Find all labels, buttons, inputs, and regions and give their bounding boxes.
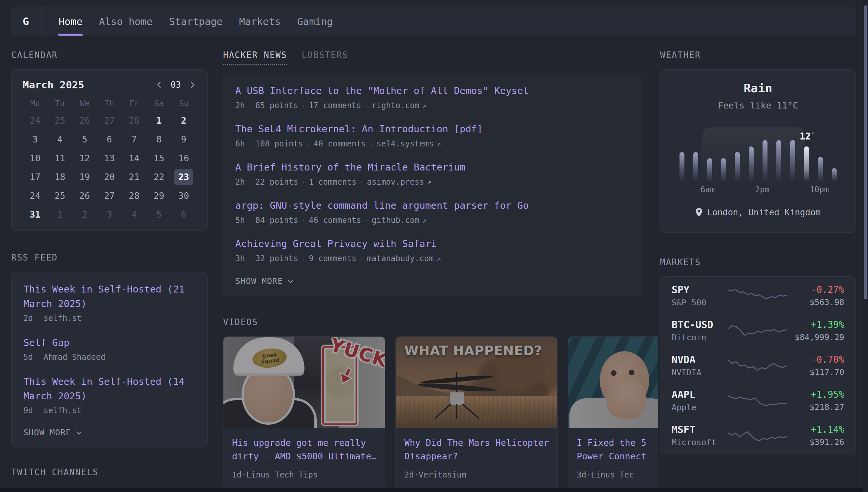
video-thumbnail: WHAT HAPPENED? [396,337,557,428]
videos-widget-label: VIDEOS [223,317,658,327]
calendar-next-button[interactable] [189,80,196,90]
news-item-age: 2h [235,177,245,187]
news-item: A Brief History of the Miracle Bacterium… [235,162,629,187]
weather-time-label [674,185,687,194]
dot-separator: · [357,255,367,263]
video-channel[interactable]: Linus Tec [591,470,634,479]
rss-widget-label: RSS FEED [11,253,208,263]
news-item-title[interactable]: A Brief History of the Miracle Bacterium [235,162,629,173]
news-item-domain[interactable]: asimov.press [367,177,424,187]
news-item-domain[interactable]: righto.com [372,101,420,110]
news-item-title[interactable]: Achieving Great Privacy with Safari [235,238,629,249]
dot-separator: · [241,470,246,479]
external-link-icon: ↗ [424,177,431,187]
tab-hacker-news[interactable]: HACKER NEWS [223,50,287,65]
calendar-day: 16 [172,149,196,168]
rss-item-title[interactable]: Self Gap [23,335,195,350]
calendar-prev-button[interactable] [156,80,163,90]
calendar-widget-label: CALENDAR [11,50,208,60]
news-item-age: 5h [235,216,245,225]
video-card[interactable]: DO TH T I Fixed the 5Power Connect 3d·Li… [568,336,658,490]
weather-bar [786,124,799,182]
market-row-msft[interactable]: MSFTMicrosoft +1.14%$391.26 [672,418,844,453]
news-item-domain[interactable]: sel4.systems [377,139,434,148]
market-row-nvda[interactable]: NVDANVIDIA -0.70%$117.70 [672,348,844,383]
dot-separator: · [586,470,591,479]
calendar-day: 2 [172,111,196,130]
twitch-widget-label: TWITCH CHANNELS [11,467,208,477]
weather-time-labels: 6am2pm10pm [674,185,842,194]
news-item-comments[interactable]: 40 comments [314,139,366,148]
video-age: 1d [232,470,241,479]
news-item-comments[interactable]: 1 comments [309,177,357,187]
calendar-day: 5 [72,130,97,149]
news-item-domain[interactable]: matanabudy.com [367,254,434,263]
scrollbar-thumb[interactable] [864,5,867,299]
rss-item-age: 2d [23,314,33,323]
rss-show-more-button[interactable]: SHOW MORE [23,428,195,437]
app-logo[interactable]: G [10,7,42,35]
weather-time-label [687,185,701,194]
weather-hourly-chart: 12° [674,124,842,182]
video-channel[interactable]: Linus Tech Tips [246,470,318,479]
calendar-day: 14 [122,149,147,168]
news-item-points: 108 points [255,139,303,148]
news-item-comments[interactable]: 46 comments [309,216,361,225]
rss-widget: This Week in Self-Hosted (21 March 2025)… [11,272,208,447]
market-row-spy[interactable]: SPYS&P 500 -0.27%$563.98 [672,278,844,313]
calendar-weekday-row: MoTuWeThFrSaSu [23,96,196,111]
tab-lobsters[interactable]: LOBSTERS [301,50,348,60]
news-show-more-button[interactable]: SHOW MORE [235,276,629,286]
calendar-day: 1 [147,111,172,130]
right-column: WEATHER Rain Feels like 11°C 12° 6am2pm1… [660,50,856,454]
calendar-day: 25 [48,111,72,130]
calendar-weekday: Fr [122,96,147,111]
nav-tab-startpage[interactable]: Startpage [168,7,223,35]
bottom-edge [0,488,868,492]
weather-bar [730,124,744,182]
nav-tab-markets[interactable]: Markets [238,7,281,35]
news-item-title[interactable]: A USB Interface to the "Mother of All De… [235,85,629,96]
news-item-domain[interactable]: github.com [372,216,420,225]
video-title[interactable]: Why Did The Mars HelicopterDisappear? [404,436,549,463]
nav-tab-also-home[interactable]: Also home [98,7,153,35]
video-thumbnail: Geek Squad YUCK [223,337,385,428]
weather-bar: 12° [799,124,813,182]
chevron-down-icon [76,430,82,435]
calendar-day: 17 [23,168,48,186]
weather-feels-like: Feels like 11°C [674,100,842,110]
news-item-title[interactable]: The SeL4 Microkernel: An Introduction [p… [235,123,629,134]
video-title[interactable]: His upgrade got me reallydirty - AMD $50… [232,436,376,463]
video-thumbnail: DO TH T [568,337,658,428]
market-row-aapl[interactable]: AAPLApple +1.95%$218.27 [672,383,844,418]
weather-time-label [742,185,755,194]
news-item-comments[interactable]: 9 comments [309,254,357,263]
news-item-comments[interactable]: 17 comments [309,101,361,110]
video-title[interactable]: I Fixed the 5Power Connect [577,436,658,463]
nav-tab-gaming[interactable]: Gaming [296,7,334,35]
weather-location: London, United Kingdom [674,207,842,217]
rss-item-source: selfh.st [44,406,82,415]
video-card[interactable]: WHAT HAPPENED? Why Did The Mars Helicopt… [395,336,558,490]
news-item-title[interactable]: argp: GNU-style command line argument pa… [235,200,629,211]
weather-time-label: 10pm [810,185,829,194]
dot-separator: · [33,407,44,415]
rss-item-title[interactable]: This Week in Self-Hosted (21 March 2025) [23,282,195,311]
rss-item-source: Ahmad Shadeed [44,352,105,362]
calendar-month-number: 03 [171,80,181,90]
weather-widget: Rain Feels like 11°C 12° 6am2pm10pm Lond… [660,69,856,233]
news-item: argp: GNU-style command line argument pa… [235,200,629,225]
dot-separator: · [357,178,367,186]
rss-item: Self Gap 5d·Ahmad Shadeed [23,335,195,362]
calendar-weekday: Tu [48,96,72,111]
sparkline-chart [728,425,787,446]
dot-separator: · [245,217,255,225]
calendar-month-title: March 2025 [23,79,84,91]
calendar-day: 8 [147,130,172,149]
nav-tab-home[interactable]: Home [58,7,83,35]
video-card[interactable]: Geek Squad YUCK His upgrade got me reall… [223,336,385,490]
rss-item-title[interactable]: This Week in Self-Hosted (14 March 2025) [23,374,195,403]
video-channel[interactable]: Veritasium [419,470,466,479]
calendar-day: 4 [122,205,147,224]
market-row-btc-usd[interactable]: BTC-USDBitcoin +1.39%$84,999.29 [672,313,844,348]
